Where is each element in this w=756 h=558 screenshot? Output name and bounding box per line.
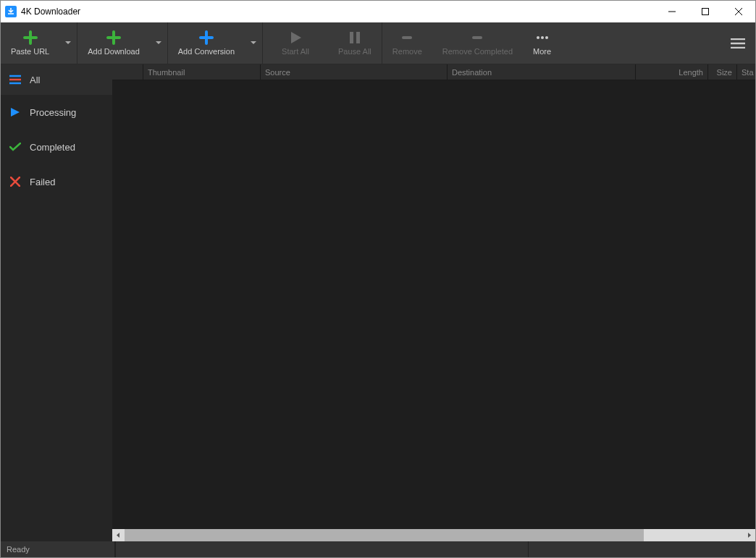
- pause-all-label: Pause All: [338, 47, 371, 56]
- horizontal-scrollbar[interactable]: [112, 529, 755, 541]
- svg-rect-4: [350, 32, 353, 43]
- more-label: More: [533, 47, 551, 56]
- scroll-right-button[interactable]: [743, 529, 755, 541]
- x-icon: [9, 176, 21, 187]
- main-panel: Thumbnail Source Destination Length Size…: [112, 64, 755, 541]
- svg-point-9: [541, 36, 544, 39]
- app-logo-icon: [5, 6, 17, 17]
- add-conversion-dropdown[interactable]: [245, 22, 262, 64]
- minimize-button[interactable]: [655, 1, 689, 22]
- sidebar-item-completed[interactable]: Completed: [1, 130, 112, 164]
- play-icon: [288, 30, 303, 45]
- start-all-button[interactable]: Start All: [263, 22, 328, 64]
- status-segment-1: [115, 541, 528, 557]
- paste-url-dropdown[interactable]: [59, 22, 77, 64]
- toolbar: Paste URL Add Download Add Conversion St…: [1, 22, 755, 64]
- svg-rect-1: [702, 9, 709, 15]
- svg-point-10: [545, 36, 548, 39]
- sidebar-failed-label: Failed: [30, 177, 55, 187]
- column-size[interactable]: Size: [707, 64, 736, 80]
- minus-icon: [400, 30, 414, 45]
- pause-icon: [348, 30, 362, 45]
- add-download-dropdown[interactable]: [150, 22, 167, 64]
- column-length[interactable]: Length: [635, 64, 707, 80]
- sidebar-item-failed[interactable]: Failed: [1, 164, 112, 199]
- remove-label: Remove: [392, 47, 422, 56]
- column-destination[interactable]: Destination: [447, 64, 635, 80]
- scroll-left-button[interactable]: [112, 529, 125, 541]
- play-icon: [9, 106, 21, 118]
- scroll-thumb[interactable]: [125, 529, 644, 541]
- sidebar-completed-label: Completed: [30, 142, 75, 153]
- add-conversion-button[interactable]: Add Conversion: [168, 22, 245, 64]
- hamburger-menu-button[interactable]: [721, 22, 755, 64]
- paste-url-button[interactable]: Paste URL: [1, 22, 59, 64]
- plus-icon: [199, 30, 214, 45]
- all-icon: [9, 74, 21, 85]
- maximize-button[interactable]: [689, 1, 722, 22]
- window-controls: [655, 1, 755, 22]
- svg-rect-6: [402, 36, 412, 39]
- sidebar-item-all[interactable]: All: [1, 64, 112, 95]
- start-all-label: Start All: [282, 47, 309, 56]
- status-segment-2: [528, 541, 749, 557]
- status-text: Ready: [7, 541, 115, 557]
- scroll-track[interactable]: [125, 529, 743, 541]
- statusbar: Ready: [1, 541, 755, 557]
- pause-all-button[interactable]: Pause All: [328, 22, 382, 64]
- remove-button[interactable]: Remove: [382, 22, 432, 64]
- content-area: All Processing Completed Failed Thumbnai…: [1, 64, 755, 541]
- remove-completed-label: Remove Completed: [442, 47, 513, 56]
- dots-icon: [535, 30, 550, 45]
- add-download-label: Add Download: [88, 47, 140, 56]
- add-conversion-label: Add Conversion: [178, 47, 235, 56]
- sidebar-processing-label: Processing: [30, 107, 76, 118]
- minus-icon: [470, 30, 484, 45]
- more-button[interactable]: More: [523, 22, 561, 64]
- remove-completed-button[interactable]: Remove Completed: [432, 22, 523, 64]
- table-body: [112, 80, 755, 529]
- column-checkbox[interactable]: [112, 64, 143, 80]
- check-icon: [9, 141, 21, 153]
- svg-rect-7: [472, 36, 482, 39]
- table-header: Thumbnail Source Destination Length Size…: [112, 64, 755, 80]
- window-title: 4K Downloader: [21, 7, 655, 17]
- column-status[interactable]: Sta: [736, 64, 755, 80]
- plus-icon: [106, 30, 121, 45]
- sidebar-all-label: All: [30, 75, 40, 85]
- close-button[interactable]: [722, 1, 755, 22]
- plus-icon: [23, 30, 38, 45]
- sidebar-item-processing[interactable]: Processing: [1, 95, 112, 130]
- column-source[interactable]: Source: [260, 64, 447, 80]
- svg-point-8: [537, 36, 539, 39]
- titlebar: 4K Downloader: [1, 1, 755, 22]
- column-thumbnail[interactable]: Thumbnail: [143, 64, 260, 80]
- add-download-button[interactable]: Add Download: [77, 22, 150, 64]
- svg-rect-5: [356, 32, 360, 43]
- sidebar: All Processing Completed Failed: [1, 64, 112, 541]
- paste-url-label: Paste URL: [11, 47, 49, 56]
